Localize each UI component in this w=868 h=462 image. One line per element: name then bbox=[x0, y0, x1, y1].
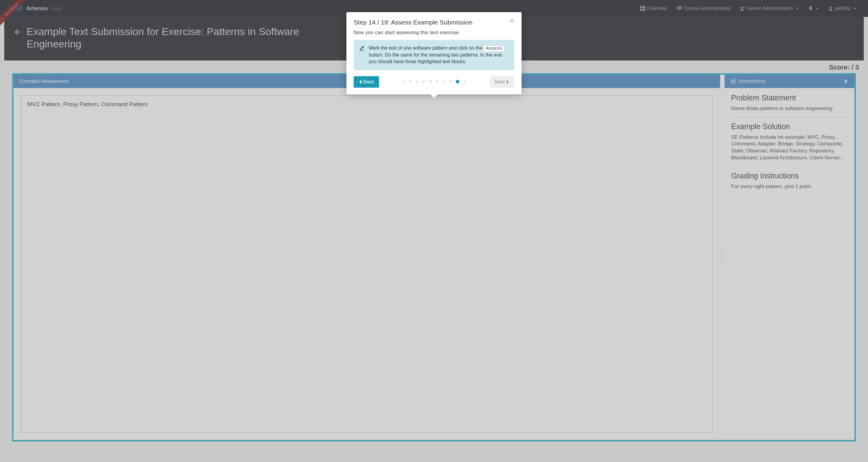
tour-dot[interactable] bbox=[464, 80, 466, 83]
tour-dot[interactable] bbox=[416, 80, 418, 83]
edit-icon bbox=[359, 45, 365, 51]
close-button[interactable] bbox=[509, 18, 516, 24]
tour-dot[interactable] bbox=[403, 80, 405, 83]
tour-next-button[interactable]: Next bbox=[490, 76, 514, 88]
tour-subtitle: Now you can start assessing this text ex… bbox=[354, 30, 514, 36]
tour-dot[interactable] bbox=[449, 80, 452, 83]
tour-dot[interactable] bbox=[456, 80, 459, 83]
tour-dot[interactable] bbox=[442, 80, 445, 83]
tour-back-label: Back bbox=[363, 79, 374, 85]
tour-pointer bbox=[430, 94, 438, 98]
close-icon bbox=[509, 18, 514, 23]
tour-next-label: Next bbox=[495, 79, 505, 85]
tour-back-button[interactable]: Back bbox=[354, 76, 379, 88]
tour-title: Step 14 / 19: Assess Example Submission bbox=[354, 19, 514, 26]
tour-progress-dots bbox=[379, 80, 490, 83]
chevron-right-icon bbox=[506, 80, 509, 84]
tour-dot[interactable] bbox=[423, 80, 425, 83]
tour-dot[interactable] bbox=[429, 80, 432, 83]
chevron-left-icon bbox=[359, 80, 362, 84]
tour-dot[interactable] bbox=[436, 80, 438, 83]
tour-popover: Step 14 / 19: Assess Example Submission … bbox=[346, 12, 522, 94]
assess-key: Assess bbox=[484, 45, 504, 52]
tour-dot[interactable] bbox=[409, 80, 412, 83]
tour-callout: Mark the text of one software pattern an… bbox=[354, 40, 514, 70]
